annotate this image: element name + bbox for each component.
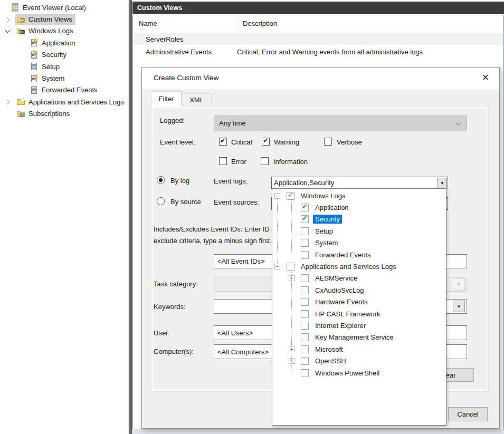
dd-item-label[interactable]: Windows Logs: [299, 191, 348, 200]
dd-item-hardware-events[interactable]: Hardware Events: [272, 296, 446, 308]
checkbox-verbose-label[interactable]: Verbose: [337, 138, 362, 146]
dd-checkbox[interactable]: [301, 298, 309, 306]
list-row-administrative-events[interactable]: Administrative Events Critical, Error an…: [133, 46, 503, 57]
logged-select[interactable]: Any time: [214, 115, 467, 131]
checkbox-warning-label[interactable]: Warning: [274, 138, 299, 146]
dd-item-aesmservice[interactable]: AESMService: [272, 273, 446, 284]
dd-item-internet-explorer[interactable]: Internet Explorer: [272, 320, 446, 331]
tree-item-forwarded-events[interactable]: Forwarded Events: [0, 84, 128, 96]
dd-checkbox[interactable]: [301, 239, 309, 247]
column-header-description[interactable]: Description: [243, 20, 277, 27]
dd-item-microsoft[interactable]: Microsoft: [272, 343, 446, 355]
dd-checkbox[interactable]: [301, 345, 309, 353]
dd-item-label[interactable]: System: [313, 238, 340, 247]
dd-item-label[interactable]: Key Management Service: [313, 333, 396, 342]
cancel-button[interactable]: Cancel: [448, 407, 488, 421]
checkbox-error-label[interactable]: Error: [231, 158, 246, 166]
dd-item-system[interactable]: System: [272, 237, 446, 249]
close-icon[interactable]: ×: [478, 70, 493, 85]
dd-checkbox[interactable]: [301, 251, 309, 259]
dd-item-cxaudiosvclog[interactable]: CxAudioSvcLog: [272, 284, 446, 296]
dd-item-windows-logs[interactable]: Windows Logs: [272, 190, 446, 201]
dd-item-label[interactable]: Internet Explorer: [313, 321, 368, 330]
dd-checkbox[interactable]: [287, 192, 294, 200]
tree-item-custom-views[interactable]: Custom Views: [0, 13, 128, 25]
column-divider[interactable]: [239, 18, 239, 30]
dd-checkbox[interactable]: [287, 263, 294, 271]
dd-item-label[interactable]: Hardware Events: [313, 297, 370, 306]
dd-item-openssh[interactable]: OpenSSH: [272, 355, 446, 367]
dd-checkbox[interactable]: [301, 333, 309, 341]
dd-checkbox[interactable]: [301, 227, 309, 235]
dd-checkbox[interactable]: [301, 204, 309, 211]
dd-checkbox[interactable]: [301, 369, 309, 377]
dd-checkbox[interactable]: [301, 215, 309, 223]
radio-by-source-label[interactable]: By source: [170, 198, 201, 206]
collapse-icon[interactable]: [274, 264, 280, 269]
dd-item-label[interactable]: Security: [313, 215, 342, 224]
tree-item-applications-services-logs[interactable]: Applications and Services Logs: [0, 96, 128, 108]
tree-item-windows-logs[interactable]: Windows Logs: [0, 25, 128, 37]
dd-item-application[interactable]: Application: [272, 201, 446, 213]
dd-item-label[interactable]: Microsoft: [313, 345, 345, 354]
dd-item-hp-casl-framework[interactable]: HP CASL Framework: [272, 308, 446, 320]
expand-icon[interactable]: [289, 346, 294, 352]
windows-logs-folder-icon: [16, 27, 25, 35]
tab-xml[interactable]: XML: [182, 93, 212, 107]
keywords-label: Keywords:: [154, 303, 186, 311]
chevron-down-icon[interactable]: [3, 27, 12, 35]
tree-item-event-viewer[interactable]: Event Viewer (Local): [0, 2, 128, 13]
tree-item-subscriptions[interactable]: Subscriptions: [0, 108, 128, 120]
checkbox-critical-label[interactable]: Critical: [231, 138, 252, 146]
chevron-right-icon[interactable]: [3, 15, 12, 24]
dd-item-windows-powershell[interactable]: Windows PowerShell: [272, 367, 446, 379]
column-header-name[interactable]: Name: [139, 20, 157, 27]
dd-item-label[interactable]: OpenSSH: [313, 356, 348, 365]
dd-checkbox[interactable]: [301, 274, 309, 282]
dd-item-label[interactable]: Forwarded Events: [313, 250, 373, 259]
dd-item-applications-services-logs[interactable]: Applications and Services Logs: [272, 261, 446, 272]
dd-checkbox[interactable]: [301, 357, 309, 365]
dropdown-arrow-icon[interactable]: ▼: [453, 301, 465, 312]
dd-item-label[interactable]: HP CASL Framework: [313, 310, 383, 319]
list-row-serverroles[interactable]: ServerRoles: [133, 33, 503, 45]
checkbox-verbose[interactable]: [324, 138, 332, 146]
row-description: Critical, Error and Warning events from …: [237, 48, 503, 56]
dd-item-security[interactable]: Security: [272, 214, 446, 225]
tab-filter[interactable]: Filter: [151, 91, 182, 107]
dd-item-forwarded-events[interactable]: Forwarded Events: [272, 249, 446, 261]
tree-item-security[interactable]: Security: [0, 49, 128, 61]
dd-item-key-management-service[interactable]: Key Management Service: [272, 332, 446, 343]
dd-item-setup[interactable]: Setup: [272, 225, 446, 237]
checkbox-warning[interactable]: [262, 138, 270, 146]
checkbox-information[interactable]: [261, 157, 269, 165]
expand-icon[interactable]: [289, 275, 294, 281]
tree-item-setup[interactable]: Setup: [0, 61, 128, 72]
dd-item-label[interactable]: AESMService: [313, 274, 359, 283]
plain-log-icon: [30, 62, 39, 71]
tree-item-system[interactable]: System: [0, 72, 128, 84]
checkbox-information-label[interactable]: Information: [273, 158, 308, 166]
logged-label: Logged:: [160, 117, 185, 124]
radio-by-log-label[interactable]: By log: [170, 177, 189, 185]
dd-checkbox[interactable]: [301, 310, 309, 318]
radio-by-source[interactable]: [157, 197, 165, 205]
dropdown-arrow-icon[interactable]: ▼: [438, 178, 447, 188]
event-logs-combobox[interactable]: Application,Security ▼: [271, 177, 448, 189]
checkbox-critical[interactable]: [219, 138, 227, 146]
dd-item-label[interactable]: Setup: [313, 227, 335, 236]
expand-icon[interactable]: [289, 358, 294, 364]
dd-item-label[interactable]: Application: [313, 203, 351, 212]
dd-checkbox[interactable]: [301, 286, 309, 294]
radio-by-log[interactable]: [157, 176, 165, 184]
collapse-icon[interactable]: [274, 193, 280, 199]
dd-item-label[interactable]: Windows PowerShell: [313, 369, 382, 378]
checkbox-error[interactable]: [219, 157, 227, 165]
tree-item-application[interactable]: Application: [0, 37, 128, 49]
panel-splitter[interactable]: [128, 0, 132, 434]
plain-log-icon: [30, 86, 39, 94]
dd-item-label[interactable]: CxAudioSvcLog: [313, 286, 366, 295]
chevron-right-icon[interactable]: [3, 98, 12, 106]
dd-item-label[interactable]: Applications and Services Logs: [299, 262, 398, 271]
dd-checkbox[interactable]: [301, 322, 309, 330]
